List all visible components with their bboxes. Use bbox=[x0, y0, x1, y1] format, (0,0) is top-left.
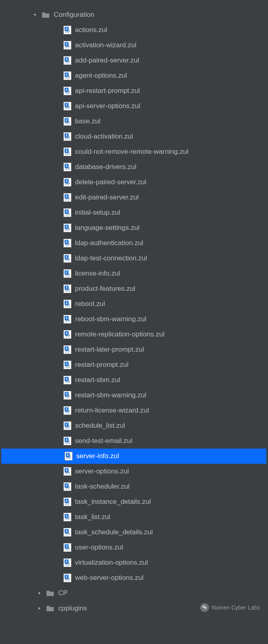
zul-file-icon: Z bbox=[63, 117, 72, 126]
file-label: api-server-options.zul bbox=[75, 102, 140, 110]
file-item[interactable]: Zadd-paired-server.zul bbox=[0, 53, 268, 68]
zul-file-icon: Z bbox=[63, 497, 72, 507]
file-item[interactable]: Ztask_instance_details.zul bbox=[0, 494, 268, 509]
file-item[interactable]: Zremote-replication-options.zul bbox=[0, 327, 268, 342]
file-label: task_instance_details.zul bbox=[75, 498, 151, 506]
file-item[interactable]: Zapi-restart-prompt.zul bbox=[0, 83, 268, 99]
file-item[interactable]: Zactivation-wizard.zul bbox=[0, 38, 268, 53]
file-label: return-license-wizard.zul bbox=[75, 407, 149, 415]
file-label: web-server-options.zul bbox=[75, 574, 144, 582]
file-label: edit-paired-server.zul bbox=[75, 193, 139, 201]
chevron-right-icon bbox=[36, 605, 43, 612]
folder-icon bbox=[41, 11, 51, 19]
file-label: send-test-email.zul bbox=[75, 437, 132, 445]
file-item[interactable]: Zsend-test-email.zul bbox=[0, 433, 268, 449]
zul-file-icon: Z bbox=[63, 390, 72, 400]
file-label: initial-setup.zul bbox=[75, 209, 120, 217]
zul-file-icon: Z bbox=[63, 269, 72, 278]
zul-file-icon: Z bbox=[63, 360, 72, 370]
file-item[interactable]: Zweb-server-options.zul bbox=[0, 570, 268, 586]
file-item[interactable]: Zuser-options.zul bbox=[0, 540, 268, 555]
file-item[interactable]: Zdatabase-drivers.zul bbox=[0, 159, 268, 175]
file-label: ldap-authentication.zul bbox=[75, 239, 143, 247]
file-item[interactable]: Zserver-info.zul bbox=[1, 449, 266, 464]
file-label: restart-later-prompt.zul bbox=[75, 346, 144, 354]
file-item[interactable]: Zvirtualization-options.zul bbox=[0, 555, 268, 570]
file-label: activation-wizard.zul bbox=[75, 41, 136, 49]
file-label: user-options.zul bbox=[75, 543, 123, 551]
file-label: cloud-activation.zul bbox=[75, 133, 133, 141]
chevron-right-icon bbox=[36, 590, 43, 597]
zul-file-icon: Z bbox=[63, 177, 72, 187]
file-item[interactable]: Zlicense-info.zul bbox=[0, 266, 268, 281]
file-label: license-info.zul bbox=[75, 270, 120, 278]
file-label: reboot-sbm-warning.zul bbox=[75, 315, 146, 323]
file-item[interactable]: Zrestart-later-prompt.zul bbox=[0, 342, 268, 357]
zul-file-icon: Z bbox=[63, 284, 72, 294]
zul-file-icon: Z bbox=[63, 345, 72, 354]
file-label: actions.zul bbox=[75, 26, 107, 34]
file-label: virtualization-options.zul bbox=[75, 559, 148, 567]
zul-file-icon: Z bbox=[63, 421, 72, 431]
zul-file-icon: Z bbox=[63, 132, 72, 141]
file-label: schedule_list.zul bbox=[75, 422, 125, 430]
file-item[interactable]: Zdelete-paired-server.zul bbox=[0, 175, 268, 190]
zul-file-icon: Z bbox=[63, 512, 72, 522]
file-item[interactable]: Zactions.zul bbox=[0, 22, 268, 38]
zul-file-icon: Z bbox=[63, 71, 72, 80]
file-label: task_list.zul bbox=[75, 513, 110, 521]
zul-file-icon: Z bbox=[63, 40, 72, 50]
file-label: restart-prompt.zul bbox=[75, 361, 128, 369]
zul-file-icon: Z bbox=[63, 573, 72, 583]
file-item[interactable]: Ztask_list.zul bbox=[0, 509, 268, 525]
file-item[interactable]: Zrestart-sbm-warning.zul bbox=[0, 388, 268, 403]
zul-file-icon: Z bbox=[63, 314, 72, 324]
file-item[interactable]: Zreboot.zul bbox=[0, 296, 268, 312]
file-item[interactable]: Zldap-test-connection.zul bbox=[0, 251, 268, 266]
file-label: delete-paired-server.zul bbox=[75, 178, 146, 186]
file-item[interactable]: Zreboot-sbm-warning.zul bbox=[0, 312, 268, 327]
file-item[interactable]: Zproduct-features.zul bbox=[0, 281, 268, 296]
file-item[interactable]: Zreturn-license-wizard.zul bbox=[0, 403, 268, 418]
zul-file-icon: Z bbox=[63, 482, 72, 491]
watermark-label: Numen Cyber Labs bbox=[211, 604, 260, 611]
file-item[interactable]: Zschedule_list.zul bbox=[0, 418, 268, 433]
zul-file-icon: Z bbox=[63, 208, 72, 217]
file-item[interactable]: Zcloud-activation.zul bbox=[0, 129, 268, 144]
file-item[interactable]: Zapi-server-options.zul bbox=[0, 99, 268, 114]
file-label: api-restart-prompt.zul bbox=[75, 87, 140, 95]
file-item[interactable]: Zcould-not-remove-remote-warning.zul bbox=[0, 144, 268, 159]
wechat-icon bbox=[200, 603, 209, 612]
file-item[interactable]: Zbase.zul bbox=[0, 114, 268, 129]
file-item[interactable]: Zlanguage-settings.zul bbox=[0, 220, 268, 235]
file-label: product-features.zul bbox=[75, 285, 135, 293]
file-label: language-settings.zul bbox=[75, 224, 140, 232]
file-item[interactable]: Ztask_schedule_details.zul bbox=[0, 525, 268, 540]
file-item[interactable]: Zrestart-prompt.zul bbox=[0, 357, 268, 372]
folder-item[interactable]: CP bbox=[0, 586, 268, 601]
folder-icon bbox=[45, 589, 55, 597]
zul-file-icon: Z bbox=[63, 101, 72, 111]
folder-icon bbox=[45, 604, 55, 612]
zul-file-icon: Z bbox=[63, 527, 72, 537]
zul-file-icon: Z bbox=[63, 558, 72, 568]
file-label: reboot.zul bbox=[75, 300, 105, 308]
zul-file-icon: Z bbox=[63, 25, 72, 35]
file-item[interactable]: Zrestart-sbm.zul bbox=[0, 372, 268, 388]
file-item[interactable]: Ztask-scheduler.zul bbox=[0, 479, 268, 494]
zul-file-icon: Z bbox=[63, 223, 72, 233]
file-label: task-scheduler.zul bbox=[75, 483, 130, 491]
file-item[interactable]: Zldap-authentication.zul bbox=[0, 235, 268, 251]
file-label: add-paired-server.zul bbox=[75, 56, 139, 64]
zul-file-icon: Z bbox=[63, 330, 72, 339]
zul-file-icon: Z bbox=[63, 86, 72, 96]
file-item[interactable]: Zedit-paired-server.zul bbox=[0, 190, 268, 205]
folder-configuration[interactable]: Configuration bbox=[0, 7, 268, 22]
watermark: Numen Cyber Labs bbox=[200, 603, 260, 612]
zul-file-icon: Z bbox=[63, 56, 72, 65]
file-item[interactable]: Zinitial-setup.zul bbox=[0, 205, 268, 220]
zul-file-icon: Z bbox=[63, 299, 72, 309]
file-item[interactable]: Zserver-options.zul bbox=[0, 464, 268, 479]
file-item[interactable]: Zagent-options.zul bbox=[0, 68, 268, 83]
folder-label: cpplugins bbox=[58, 604, 87, 612]
